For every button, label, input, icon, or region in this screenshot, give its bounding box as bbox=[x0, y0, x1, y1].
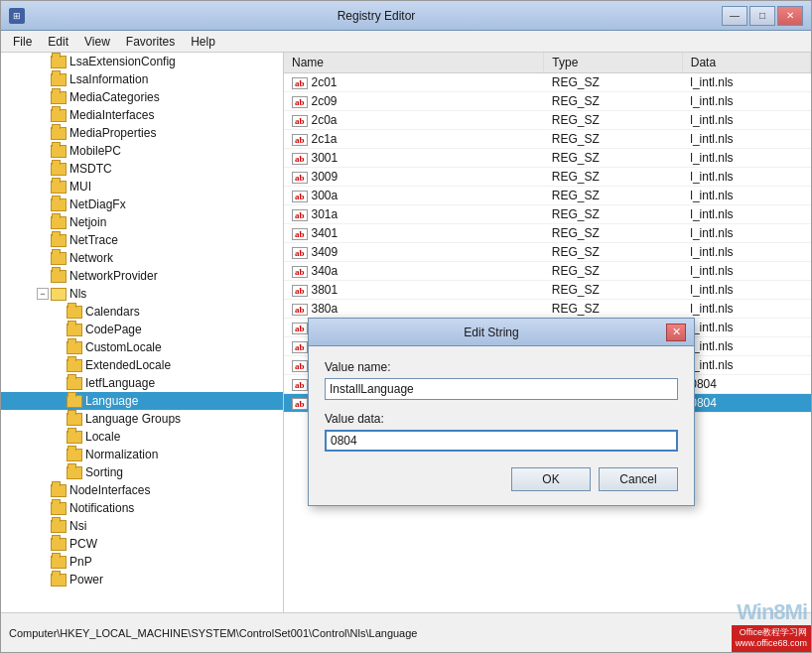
tree-item[interactable]: MediaCategories bbox=[1, 88, 283, 106]
tree-item-label: LsaInformation bbox=[69, 72, 148, 86]
menu-edit[interactable]: Edit bbox=[40, 33, 76, 51]
tree-item[interactable]: NetworkProvider bbox=[1, 267, 283, 285]
status-bar: Computer\HKEY_LOCAL_MACHINE\SYSTEM\Contr… bbox=[1, 612, 811, 652]
table-row[interactable]: ab301aREG_SZl_intl.nls bbox=[284, 205, 811, 224]
tree-item[interactable]: Language Groups bbox=[1, 410, 283, 428]
folder-icon bbox=[67, 324, 82, 336]
cell-type: REG_SZ bbox=[544, 130, 682, 149]
table-row[interactable]: ab2c0aREG_SZl_intl.nls bbox=[284, 111, 811, 130]
folder-icon bbox=[51, 145, 67, 158]
folder-icon bbox=[51, 127, 67, 140]
table-row[interactable]: ab340aREG_SZl_intl.nls bbox=[284, 262, 811, 281]
value-name-input[interactable] bbox=[325, 378, 678, 400]
cell-data: l_intl.nls bbox=[682, 168, 810, 187]
tree-item[interactable]: −Nls bbox=[1, 285, 283, 303]
app-icon: ⊞ bbox=[9, 8, 25, 24]
table-row[interactable]: ab300aREG_SZl_intl.nls bbox=[284, 187, 811, 205]
tree-item[interactable]: NetDiagFx bbox=[1, 196, 283, 213]
close-button[interactable]: ✕ bbox=[777, 6, 803, 26]
table-row[interactable]: ab2c01REG_SZl_intl.nls bbox=[284, 73, 811, 92]
table-row[interactable]: ab3009REG_SZl_intl.nls bbox=[284, 168, 811, 187]
folder-icon bbox=[51, 520, 67, 533]
maximize-button[interactable]: □ bbox=[749, 6, 775, 26]
ok-button[interactable]: OK bbox=[511, 467, 591, 491]
cell-data: l_intl.nls bbox=[682, 73, 810, 92]
tree-item[interactable]: NetTrace bbox=[1, 231, 283, 249]
tree-item[interactable]: MSDTC bbox=[1, 160, 283, 178]
menu-help[interactable]: Help bbox=[183, 33, 223, 51]
dialog-close-button[interactable]: ✕ bbox=[666, 324, 686, 341]
cell-name: ab2c01 bbox=[284, 73, 544, 92]
tree-item[interactable]: Calendars bbox=[1, 303, 283, 321]
tree-item[interactable]: NodeInterfaces bbox=[1, 481, 283, 499]
watermark-line1: Win8Mi bbox=[737, 599, 811, 625]
cell-data: l_intl.nls bbox=[682, 319, 810, 337]
tree-item[interactable]: Notifications bbox=[1, 499, 283, 517]
reg-type-icon: ab bbox=[292, 172, 308, 184]
cell-data: l_intl.nls bbox=[682, 356, 810, 375]
cell-type: REG_SZ bbox=[544, 243, 682, 262]
folder-icon bbox=[51, 502, 67, 515]
tree-expand-btn[interactable]: − bbox=[37, 288, 49, 300]
table-row[interactable]: ab3801REG_SZl_intl.nls bbox=[284, 281, 811, 300]
tree-item[interactable]: MediaProperties bbox=[1, 124, 283, 142]
cell-data: l_intl.nls bbox=[682, 243, 810, 262]
tree-item[interactable]: IetfLanguage bbox=[1, 374, 283, 392]
tree-item[interactable]: ExtendedLocale bbox=[1, 356, 283, 374]
tree-item[interactable]: Power bbox=[1, 571, 283, 588]
reg-type-icon: ab bbox=[292, 191, 308, 202]
reg-type-icon: ab bbox=[292, 285, 308, 297]
tree-item-label: NetTrace bbox=[69, 233, 118, 247]
tree-item[interactable]: MobilePC bbox=[1, 142, 283, 160]
tree-item-label: MSDTC bbox=[69, 162, 112, 176]
watermark: Win8Mi Office教程学习网 www.office68.com bbox=[732, 599, 811, 652]
cell-data: l_intl.nls bbox=[682, 111, 810, 130]
tree-item-label: MobilePC bbox=[69, 144, 121, 158]
value-data-label: Value data: bbox=[325, 412, 678, 426]
tree-item-label: CustomLocale bbox=[85, 340, 162, 354]
folder-icon bbox=[67, 449, 82, 461]
tree-item[interactable]: Sorting bbox=[1, 463, 283, 481]
tree-item[interactable]: PnP bbox=[1, 553, 283, 571]
cancel-button[interactable]: Cancel bbox=[599, 467, 678, 491]
tree-item[interactable]: LsaInformation bbox=[1, 70, 283, 88]
title-controls: — □ ✕ bbox=[722, 6, 803, 26]
tree-item[interactable]: PCW bbox=[1, 535, 283, 553]
table-row[interactable]: ab2c09REG_SZl_intl.nls bbox=[284, 92, 811, 111]
tree-item[interactable]: CodePage bbox=[1, 321, 283, 338]
tree-item-label: Power bbox=[69, 573, 103, 587]
tree-item-label: Calendars bbox=[85, 305, 140, 319]
reg-type-icon: ab bbox=[292, 96, 308, 108]
tree-item[interactable]: MediaInterfaces bbox=[1, 106, 283, 124]
tree-item-label: Nls bbox=[69, 287, 86, 301]
table-row[interactable]: ab3409REG_SZl_intl.nls bbox=[284, 243, 811, 262]
table-row[interactable]: ab2c1aREG_SZl_intl.nls bbox=[284, 130, 811, 149]
tree-item[interactable]: MUI bbox=[1, 178, 283, 196]
tree-item-label: Sorting bbox=[85, 465, 123, 479]
table-row[interactable]: ab380aREG_SZl_intl.nls bbox=[284, 300, 811, 319]
window-title: Registry Editor bbox=[31, 9, 722, 23]
cell-type: REG_SZ bbox=[544, 111, 682, 130]
table-row[interactable]: ab3401REG_SZl_intl.nls bbox=[284, 224, 811, 243]
col-data: Data bbox=[682, 53, 810, 73]
menu-view[interactable]: View bbox=[76, 33, 118, 51]
minimize-button[interactable]: — bbox=[722, 6, 747, 26]
tree-item-label: CodePage bbox=[85, 323, 142, 336]
tree-item[interactable]: Network bbox=[1, 249, 283, 267]
menu-bar: File Edit View Favorites Help bbox=[1, 31, 811, 53]
tree-item[interactable]: Normalization bbox=[1, 446, 283, 463]
folder-icon bbox=[67, 413, 82, 426]
tree-item[interactable]: LsaExtensionConfig bbox=[1, 53, 283, 70]
value-data-input[interactable] bbox=[325, 430, 678, 452]
table-row[interactable]: ab3001REG_SZl_intl.nls bbox=[284, 149, 811, 168]
tree-pane[interactable]: LsaExtensionConfigLsaInformationMediaCat… bbox=[1, 53, 284, 612]
tree-item[interactable]: CustomLocale bbox=[1, 338, 283, 356]
tree-item[interactable]: Nsi bbox=[1, 517, 283, 535]
tree-item[interactable]: Netjoin bbox=[1, 213, 283, 231]
menu-file[interactable]: File bbox=[5, 33, 40, 51]
cell-data: l_intl.nls bbox=[682, 262, 810, 281]
tree-item[interactable]: Language bbox=[1, 392, 283, 410]
menu-favorites[interactable]: Favorites bbox=[118, 33, 183, 51]
tree-item[interactable]: Locale bbox=[1, 428, 283, 446]
cell-name: ab3001 bbox=[284, 149, 544, 168]
